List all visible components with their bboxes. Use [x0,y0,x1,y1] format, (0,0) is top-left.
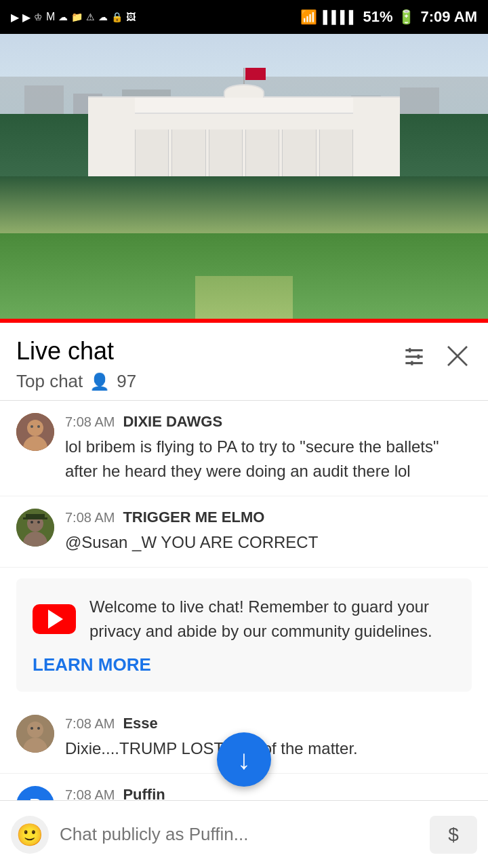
top-chat-label: Top chat [16,371,83,392]
emoji-button[interactable]: 🙂 [11,816,49,854]
notification-icons: ▶ ▶ ♔ M ☁ 📁 ⚠ ☁ 🔒 🖼 [11,11,136,24]
battery-icon: 🔋 [398,9,415,25]
svg-point-20 [37,521,40,524]
svg-point-27 [37,727,40,730]
avatar [16,715,54,753]
close-button[interactable] [443,342,472,376]
learn-more-button[interactable]: LEARN MORE [33,654,455,675]
video-thumbnail[interactable] [0,34,488,319]
svg-point-24 [27,722,43,738]
svg-point-19 [30,521,33,524]
filter-button[interactable] [401,344,427,375]
message-time: 7:08 AM [65,414,115,430]
youtube-icon [33,604,76,634]
message-author: Esse [123,715,157,732]
avatar [16,509,54,547]
wifi-icon: 📶 [300,9,317,25]
signal-icon: ▌▌▌▌ [323,10,357,24]
chat-message: 7:08 AM DIXIE DAWGS lol bribem is flying… [0,401,488,496]
time: 7:09 AM [420,8,477,26]
message-author: DIXIE DAWGS [123,413,222,431]
send-icon: $ [448,824,459,846]
status-left: ▶ ▶ ♔ M ☁ 📁 ⚠ ☁ 🔒 🖼 [11,11,136,24]
battery-percent: 51% [363,8,392,26]
message-time: 7:08 AM [65,510,115,526]
welcome-text: Welcome to live chat! Remember to guard … [89,595,455,644]
svg-point-15 [37,425,40,428]
live-chat-title: Live chat [16,336,136,366]
message-content: 7:08 AM TRIGGER ME ELMO @Susan _W YOU AR… [65,509,472,555]
message-time: 7:08 AM [65,716,115,732]
svg-point-14 [30,425,33,428]
chat-input-bar: 🙂 $ [0,800,488,868]
chat-area: 7:08 AM DIXIE DAWGS lol bribem is flying… [0,401,488,868]
status-bar: ▶ ▶ ♔ M ☁ 📁 ⚠ ☁ 🔒 🖼 📶 ▌▌▌▌ 51% 🔋 7:09 AM [0,0,488,34]
scroll-down-arrow-icon: ↓ [237,746,251,773]
status-right: 📶 ▌▌▌▌ 51% 🔋 7:09 AM [300,8,477,26]
message-content: 7:08 AM DIXIE DAWGS lol bribem is flying… [65,413,472,484]
message-text: @Susan _W YOU ARE CORRECT [65,530,472,555]
message-text: lol bribem is flying to PA to try to "se… [65,435,472,484]
svg-rect-22 [23,517,47,519]
send-button[interactable]: $ [430,816,477,854]
chat-message: 7:08 AM TRIGGER ME ELMO @Susan _W YOU AR… [0,496,488,568]
chat-input[interactable] [60,811,419,859]
emoji-icon: 🙂 [16,822,43,848]
message-author: TRIGGER ME ELMO [123,509,264,526]
welcome-card: Welcome to live chat! Remember to guard … [16,578,472,692]
scroll-down-button[interactable]: ↓ [217,732,271,787]
participants-count: 97 [117,371,136,392]
participants-icon: 👤 [89,372,110,391]
live-chat-header: Live chat Top chat 👤 97 [0,323,488,401]
avatar [16,413,54,451]
svg-point-26 [30,727,33,730]
svg-point-12 [27,420,43,436]
